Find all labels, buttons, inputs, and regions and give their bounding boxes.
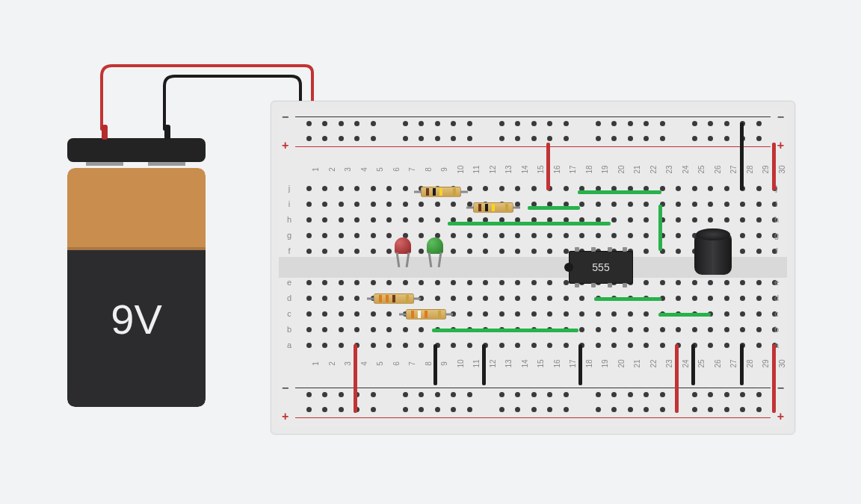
rail-sign-pos: +: [777, 139, 784, 152]
jumper-green: [448, 222, 611, 225]
battery-9v: 9V: [67, 168, 206, 407]
battery-label: 9V: [67, 295, 206, 343]
rail-bot-neg: [295, 388, 771, 388]
ic-555-label: 555: [569, 251, 633, 284]
resistor-r1: [421, 187, 461, 197]
jumper-red: [546, 143, 550, 190]
rail-sign-neg: −: [777, 382, 784, 395]
rail-top-pos: [295, 146, 771, 147]
battery-top: [67, 168, 206, 250]
breadboard: − + − + − + − + 112233445566778899101011…: [271, 101, 795, 435]
jumper-red: [354, 344, 357, 413]
diagram-canvas: 9V − + − + − + − + 112233445566778899101…: [0, 0, 861, 504]
rail-sign-neg: −: [282, 382, 288, 395]
jumper-green: [528, 206, 580, 210]
jumper-green: [658, 313, 711, 317]
jumper-red: [772, 143, 776, 190]
jumper-green: [594, 297, 661, 301]
jumper-green: [432, 329, 578, 332]
ic-555: 555: [569, 251, 633, 284]
jumper-black: [482, 344, 486, 385]
rail-sign-pos: +: [282, 410, 288, 423]
jumper-red: [675, 344, 679, 413]
led-green: [427, 237, 443, 266]
jumper-black: [433, 344, 437, 385]
rail-bot-pos: [295, 417, 771, 418]
rail-sign-neg: −: [282, 111, 288, 124]
resistor-r4: [406, 309, 446, 320]
resistor-r3: [374, 293, 414, 304]
battery-body: 9V: [67, 168, 206, 407]
resistor-r2: [473, 202, 513, 213]
capacitor-electrolytic: [694, 228, 732, 278]
rail-sign-pos: +: [282, 139, 288, 152]
battery-lead-pos: [102, 125, 108, 140]
jumper-black: [578, 344, 582, 385]
battery-lead-neg: [164, 125, 170, 140]
jumper-green: [578, 190, 661, 194]
jumper-black: [740, 344, 744, 385]
rail-sign-neg: −: [777, 111, 784, 124]
battery-snap: [67, 138, 206, 162]
rail-sign-pos: +: [777, 410, 784, 423]
led-red: [395, 237, 411, 266]
jumper-red: [772, 344, 776, 413]
jumper-black: [691, 344, 695, 385]
jumper-green: [658, 205, 662, 251]
jumper-black: [740, 122, 744, 190]
rail-top-neg: [295, 116, 771, 117]
